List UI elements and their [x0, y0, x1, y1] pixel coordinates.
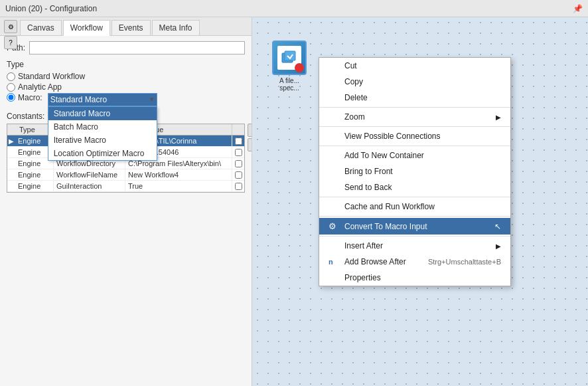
table-side-buttons: + − [248, 124, 252, 151]
menu-label-zoom: Zoom [344, 112, 365, 122]
main-layout: ⚙ ? Canvas Workflow Events Meta Info Pat… [0, 17, 588, 386]
cell-check[interactable] [232, 159, 244, 169]
cell-check[interactable] [232, 147, 244, 157]
node-label: A file...spec... [279, 77, 299, 92]
row-checkbox[interactable] [235, 149, 242, 156]
dropdown-item-iterative[interactable]: Iterative Macro [48, 134, 157, 147]
zoom-submenu-arrow: ▶ [496, 114, 501, 121]
type-section: Type Standard Workflow Analytic App Macr… [7, 60, 245, 106]
row-checkbox[interactable] [235, 138, 242, 145]
menu-label-send-back: Send to Back [344, 183, 392, 192]
menu-label-connections: View Possible Connections [344, 132, 441, 141]
menu-item-zoom[interactable]: Zoom ▶ [319, 109, 510, 125]
divider [319, 126, 510, 127]
menu-label-copy: Copy [344, 77, 363, 86]
path-row: Path: [7, 41, 245, 54]
title-bar: Union (20) - Configuration 📌 [0, 0, 588, 17]
col-check-header [232, 124, 244, 135]
cursor-icon: ↖ [494, 222, 501, 231]
divider [319, 216, 510, 217]
browse-icon: n [329, 258, 340, 266]
menu-item-cache[interactable]: Cache and Run Workflow [319, 199, 510, 215]
menu-label-convert: Convert To Macro Input [344, 222, 427, 231]
row-checkbox[interactable] [235, 183, 242, 190]
radio-macro-input[interactable] [7, 93, 15, 102]
row-checkbox[interactable] [235, 171, 242, 179]
table-row[interactable]: Engine GuiInteraction True [7, 181, 244, 192]
cell-name: GuiInteraction [54, 181, 125, 191]
menu-item-cut[interactable]: Cut [319, 58, 510, 74]
menu-item-insert[interactable]: Insert After ▶ [319, 238, 510, 254]
menu-item-connections[interactable]: View Possible Connections [319, 128, 510, 144]
divider [319, 145, 510, 146]
divider [319, 236, 510, 237]
menu-label-insert: Insert After [344, 241, 383, 250]
tab-workflow[interactable]: Workflow [63, 20, 110, 36]
menu-label-container: Add To New Container [344, 151, 424, 160]
pin-icon[interactable]: 📌 [573, 4, 583, 13]
node-red-badge [295, 63, 304, 72]
radio-standard-label: Standard Workflow [18, 72, 85, 81]
menu-item-convert[interactable]: ⚙ Convert To Macro Input ↖ [319, 218, 510, 235]
title-bar-left: Union (20) - Configuration [5, 4, 97, 13]
menu-item-delete[interactable]: Delete [319, 90, 510, 106]
tab-events[interactable]: Events [111, 20, 151, 35]
divider [319, 107, 510, 108]
radio-analytic-input[interactable] [7, 83, 15, 92]
title-text: Union (20) - Configuration [5, 4, 97, 13]
cell-check[interactable] [232, 181, 244, 191]
title-bar-icons: 📌 [573, 4, 583, 13]
menu-label-bring-front: Bring to Front [344, 167, 393, 176]
divider [319, 197, 510, 197]
menu-label-cache: Cache and Run Workflow [344, 202, 435, 211]
node-box[interactable] [272, 41, 307, 75]
macro-dropdown-container: Standard Macro ▼ Standard Macro Batch Ma… [48, 93, 157, 106]
menu-label-properties: Properties [344, 273, 381, 282]
path-input[interactable] [29, 41, 245, 54]
header-spacer [7, 124, 15, 135]
radio-macro-label: Macro: [18, 93, 42, 102]
macro-selected-text: Standard Macro [50, 95, 107, 104]
help-icon[interactable]: ? [4, 36, 17, 49]
panel-content: Path: Type Standard Workflow Analytic Ap… [0, 36, 252, 386]
dropdown-arrow-icon: ▼ [149, 96, 155, 103]
cell-check[interactable] [232, 136, 244, 146]
menu-item-properties[interactable]: Properties [319, 270, 510, 286]
tab-meta-info[interactable]: Meta Info [152, 20, 200, 35]
cell-type: Engine [15, 169, 54, 180]
dropdown-item-standard[interactable]: Standard Macro [48, 107, 157, 120]
add-row-button[interactable]: + [248, 124, 252, 137]
macro-select[interactable]: Standard Macro ▼ [48, 93, 157, 106]
menu-item-container[interactable]: Add To New Container [319, 147, 510, 163]
insert-submenu-arrow: ▶ [496, 242, 501, 250]
dropdown-item-batch[interactable]: Batch Macro [48, 120, 157, 134]
menu-item-bring-front[interactable]: Bring to Front [319, 163, 510, 179]
left-panel: ⚙ ? Canvas Workflow Events Meta Info Pat… [0, 17, 252, 386]
row-arrow-icon: ▶ [7, 138, 15, 145]
radio-standard-input[interactable] [7, 72, 15, 81]
cell-value: True [125, 181, 232, 191]
settings-icon[interactable]: ⚙ [4, 20, 17, 33]
tab-canvas[interactable]: Canvas [20, 20, 62, 35]
menu-item-copy[interactable]: Copy [319, 74, 510, 90]
remove-row-button[interactable]: − [248, 138, 252, 151]
canvas-panel[interactable]: A file...spec... Cut Copy Delete Zoom ▶ [252, 17, 588, 386]
cell-name: WorkflowFileName [54, 169, 125, 180]
menu-label-delete: Delete [344, 93, 368, 102]
menu-item-send-back[interactable]: Send to Back [319, 179, 510, 195]
menu-label-cut: Cut [344, 61, 357, 70]
table-row[interactable]: Engine WorkflowFileName New Workflow4 [7, 169, 244, 181]
radio-analytic-label: Analytic App [18, 82, 62, 92]
dropdown-item-location[interactable]: Location Optimizer Macro [48, 147, 157, 160]
cell-check[interactable] [232, 170, 244, 180]
cell-type: Engine [15, 181, 54, 191]
context-menu: Cut Copy Delete Zoom ▶ View Possible Con… [319, 57, 511, 286]
gear-icon: ⚙ [329, 221, 340, 231]
radio-analytic: Analytic App [7, 82, 245, 92]
left-icons: ⚙ ? [4, 20, 17, 49]
radio-macro: Macro: Standard Macro ▼ Standard Macro B… [7, 93, 245, 106]
menu-item-browse[interactable]: n Add Browse After Strg+Umschalttaste+B [319, 254, 510, 270]
dropdown-list: Standard Macro Batch Macro Iterative Mac… [48, 106, 157, 161]
canvas-node[interactable]: A file...spec... [272, 41, 307, 92]
row-checkbox[interactable] [235, 160, 242, 167]
